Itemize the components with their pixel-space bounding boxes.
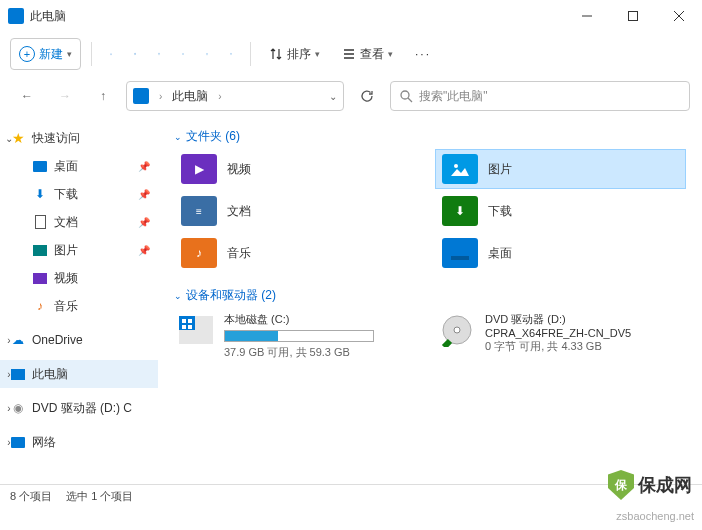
svg-rect-26: [182, 319, 186, 323]
sidebar-label: 快速访问: [32, 130, 80, 147]
close-button[interactable]: [656, 0, 702, 32]
drive-name: 本地磁盘 (C:): [224, 312, 421, 327]
sidebar-pictures[interactable]: 图片📌: [0, 236, 158, 264]
chevron-right-icon: ›: [218, 91, 221, 102]
selection-count: 选中 1 个项目: [66, 489, 133, 504]
svg-rect-28: [182, 325, 186, 329]
drive-info: 本地磁盘 (C:) 37.9 GB 可用, 共 59.3 GB: [224, 312, 421, 360]
drive-name: DVD 驱动器 (D:): [485, 312, 682, 327]
picture-icon: [32, 242, 48, 258]
sidebar-documents[interactable]: 文档📌: [0, 208, 158, 236]
view-icon: [342, 47, 356, 61]
sidebar-label: 桌面: [54, 158, 78, 175]
folder-music[interactable]: ♪音乐: [174, 233, 425, 273]
folder-documents[interactable]: ≡文档: [174, 191, 425, 231]
sidebar-desktop[interactable]: 桌面📌: [0, 152, 158, 180]
download-icon: ⬇: [32, 186, 48, 202]
drive-c[interactable]: 本地磁盘 (C:) 37.9 GB 可用, 共 59.3 GB: [174, 308, 425, 364]
sidebar-music[interactable]: ♪音乐: [0, 292, 158, 320]
sidebar-label: DVD 驱动器 (D:) CP: [32, 400, 132, 417]
more-button[interactable]: ···: [407, 38, 439, 70]
drive-progress: [224, 330, 374, 342]
back-button[interactable]: ←: [12, 81, 42, 111]
search-box[interactable]: 搜索"此电脑": [390, 81, 690, 111]
new-label: 新建: [39, 46, 63, 63]
sidebar-videos[interactable]: 视频: [0, 264, 158, 292]
svg-point-31: [454, 327, 460, 333]
folders-section-header[interactable]: ⌄文件夹 (6): [174, 124, 686, 149]
view-button[interactable]: 查看 ▾: [334, 38, 401, 70]
up-button[interactable]: ↑: [88, 81, 118, 111]
expand-icon[interactable]: ›: [2, 437, 16, 448]
svg-rect-22: [451, 246, 469, 256]
sidebar-this-pc[interactable]: ›此电脑: [0, 360, 158, 388]
folder-desktop[interactable]: 桌面: [435, 233, 686, 273]
view-label: 查看: [360, 46, 384, 63]
paste-button[interactable]: [150, 45, 168, 63]
branding-text: 保成网: [638, 473, 692, 497]
shield-icon: 保: [608, 470, 634, 500]
new-button[interactable]: + 新建 ▾: [10, 38, 81, 70]
drive-d[interactable]: DVD 驱动器 (D:) CPRA_X64FRE_ZH-CN_DV5 0 字节 …: [435, 308, 686, 364]
folder-label: 桌面: [488, 245, 512, 262]
sidebar-quick-access[interactable]: ⌄ ★ 快速访问: [0, 124, 158, 152]
pin-icon: 📌: [138, 161, 150, 172]
chevron-right-icon: ›: [159, 91, 162, 102]
expand-icon[interactable]: ›: [2, 335, 16, 346]
drives-grid: 本地磁盘 (C:) 37.9 GB 可用, 共 59.3 GB DVD 驱动器 …: [174, 308, 686, 364]
main: ⌄ ★ 快速访问 桌面📌 ⬇下载📌 文档📌 图片📌 视频 ♪音乐 ›☁OneDr…: [0, 116, 702, 484]
music-icon: ♪: [32, 298, 48, 314]
sidebar-label: 网络: [32, 434, 56, 451]
drive-stats: 0 字节 可用, 共 4.33 GB: [485, 339, 682, 354]
sidebar-downloads[interactable]: ⬇下载📌: [0, 180, 158, 208]
svg-rect-1: [629, 12, 638, 21]
picture-icon: [442, 154, 478, 184]
pc-icon: [133, 88, 149, 104]
drives-section-header[interactable]: ⌄设备和驱动器 (2): [174, 283, 686, 308]
folder-videos[interactable]: ▶视频: [174, 149, 425, 189]
expand-icon[interactable]: ›: [2, 403, 16, 414]
collapse-icon[interactable]: ⌄: [2, 133, 16, 144]
copy-button[interactable]: [126, 45, 144, 63]
desktop-icon: [32, 158, 48, 174]
rename-button[interactable]: [174, 45, 192, 63]
drive-icon: [178, 312, 214, 348]
svg-point-21: [454, 164, 458, 168]
svg-rect-25: [179, 316, 195, 330]
expand-icon[interactable]: ›: [2, 369, 16, 380]
minimize-button[interactable]: [564, 0, 610, 32]
sidebar-label: OneDrive: [32, 333, 83, 347]
chevron-down-icon[interactable]: ⌄: [329, 91, 337, 102]
folders-grid: ▶视频 图片 ≡文档 ⬇下载 ♪音乐 桌面: [174, 149, 686, 273]
folder-label: 文档: [227, 203, 251, 220]
sidebar-dvd[interactable]: ›◉DVD 驱动器 (D:) CP: [0, 394, 158, 422]
folder-label: 音乐: [227, 245, 251, 262]
drive-label: CPRA_X64FRE_ZH-CN_DV5: [485, 327, 682, 339]
desktop-icon: [442, 238, 478, 268]
sidebar-label: 此电脑: [32, 366, 68, 383]
search-icon: [399, 89, 413, 103]
sidebar-label: 下载: [54, 186, 78, 203]
section-label: 设备和驱动器 (2): [186, 287, 276, 304]
folder-pictures[interactable]: 图片: [435, 149, 686, 189]
sidebar-label: 文档: [54, 214, 78, 231]
share-button[interactable]: [198, 45, 216, 63]
delete-button[interactable]: [222, 45, 240, 63]
svg-rect-12: [182, 54, 184, 55]
cut-button[interactable]: [102, 45, 120, 63]
maximize-button[interactable]: [610, 0, 656, 32]
section-label: 文件夹 (6): [186, 128, 240, 145]
sort-button[interactable]: 排序 ▾: [261, 38, 328, 70]
pin-icon: 📌: [138, 189, 150, 200]
chevron-down-icon: ▾: [315, 49, 320, 59]
document-icon: ≡: [181, 196, 217, 226]
refresh-button[interactable]: [352, 81, 382, 111]
svg-rect-29: [188, 325, 192, 329]
address-bar[interactable]: › 此电脑 › ⌄: [126, 81, 344, 111]
sidebar-network[interactable]: ›网络: [0, 428, 158, 456]
forward-button[interactable]: →: [50, 81, 80, 111]
sidebar-onedrive[interactable]: ›☁OneDrive: [0, 326, 158, 354]
folder-downloads[interactable]: ⬇下载: [435, 191, 686, 231]
collapse-icon: ⌄: [174, 291, 182, 301]
nav-row: ← → ↑ › 此电脑 › ⌄ 搜索"此电脑": [0, 76, 702, 116]
